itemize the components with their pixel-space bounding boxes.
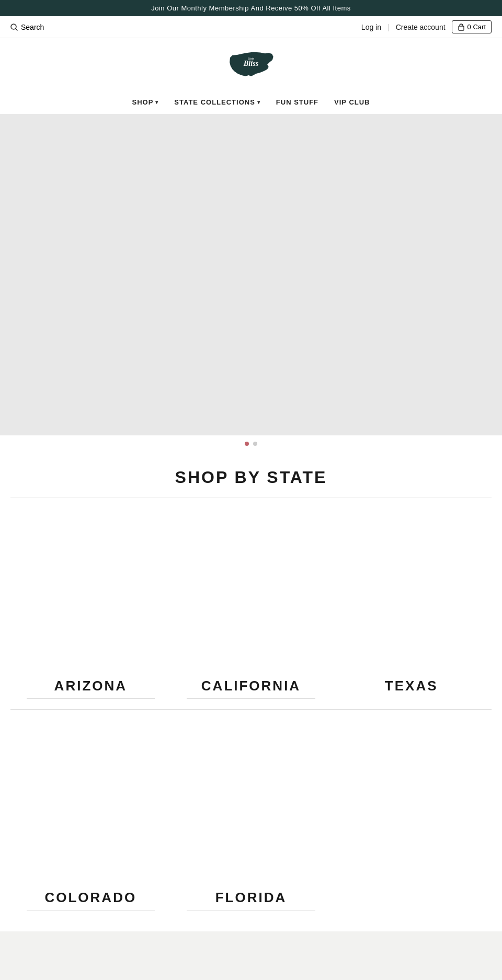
florida-label: FLORIDA	[215, 890, 287, 906]
nav-state-collections-arrow: ▾	[257, 99, 260, 105]
cart-icon	[458, 24, 465, 31]
colorado-label: COLORADO	[44, 890, 136, 906]
main-nav: SHOP ▾ STATE COLLECTIONS ▾ FUN STUFF VIP…	[0, 93, 502, 114]
create-account-link[interactable]: Create account	[396, 23, 446, 31]
arizona-image	[10, 498, 171, 670]
bottom-section	[0, 931, 502, 980]
svg-rect-2	[459, 26, 464, 30]
cart-button[interactable]: 0 Cart	[452, 20, 492, 33]
texas-label: TEXAS	[385, 678, 438, 694]
state-card-arizona[interactable]: ARIZONA	[10, 498, 171, 709]
header-actions: Log in | Create account 0 Cart	[361, 20, 492, 33]
arizona-underline	[27, 698, 155, 699]
logo-area[interactable]: State Bliss	[0, 38, 502, 93]
hero-slider	[0, 114, 502, 435]
colorado-underline	[27, 910, 155, 910]
california-label: CALIFORNIA	[201, 678, 301, 694]
colorado-image	[10, 709, 171, 882]
site-header: Search Log in | Create account 0 Cart	[0, 16, 502, 38]
shop-by-state-title: SHOP BY STATE	[10, 468, 492, 487]
nav-shop-label: SHOP	[132, 98, 154, 106]
svg-line-1	[16, 29, 17, 30]
florida-image	[171, 709, 332, 882]
nav-vip-club-label: VIP CLUB	[334, 98, 370, 106]
california-underline	[187, 698, 315, 699]
nav-vip-club[interactable]: VIP CLUB	[334, 98, 370, 106]
slider-dot-2[interactable]	[253, 442, 257, 446]
state-card-empty	[331, 709, 492, 921]
cart-label: 0 Cart	[467, 23, 486, 31]
svg-text:Bliss: Bliss	[243, 59, 259, 67]
divider: |	[387, 23, 390, 31]
florida-underline	[187, 910, 315, 910]
california-image	[171, 498, 332, 670]
nav-shop-arrow: ▾	[155, 99, 158, 105]
nav-fun-stuff[interactable]: FUN STUFF	[276, 98, 318, 106]
state-card-texas[interactable]: TEXAS	[331, 498, 492, 709]
state-card-colorado[interactable]: COLORADO	[10, 709, 171, 921]
nav-state-collections[interactable]: STATE COLLECTIONS ▾	[174, 98, 260, 106]
state-grid-row2: COLORADO FLORIDA	[10, 709, 492, 921]
slider-dots	[0, 435, 502, 452]
state-card-california[interactable]: CALIFORNIA	[171, 498, 332, 709]
nav-shop[interactable]: SHOP ▾	[132, 98, 159, 106]
top-banner: Join Our Monthly Membership And Receive …	[0, 0, 502, 16]
state-card-florida[interactable]: FLORIDA	[171, 709, 332, 921]
slider-dot-1[interactable]	[245, 442, 249, 446]
texas-image	[331, 498, 492, 670]
login-link[interactable]: Log in	[361, 23, 381, 31]
shop-by-state-section: SHOP BY STATE ARIZONA CALIFORNIA TEXAS C…	[0, 452, 502, 926]
search-button[interactable]: Search	[10, 23, 44, 31]
nav-state-collections-label: STATE COLLECTIONS	[174, 98, 255, 106]
banner-text: Join Our Monthly Membership And Receive …	[151, 4, 351, 12]
state-grid-row1: ARIZONA CALIFORNIA TEXAS	[10, 498, 492, 709]
arizona-label: ARIZONA	[54, 678, 127, 694]
search-label: Search	[21, 23, 44, 31]
search-icon	[10, 24, 18, 31]
empty-state-image	[331, 709, 492, 882]
nav-fun-stuff-label: FUN STUFF	[276, 98, 318, 106]
site-logo: State Bliss	[222, 46, 280, 88]
